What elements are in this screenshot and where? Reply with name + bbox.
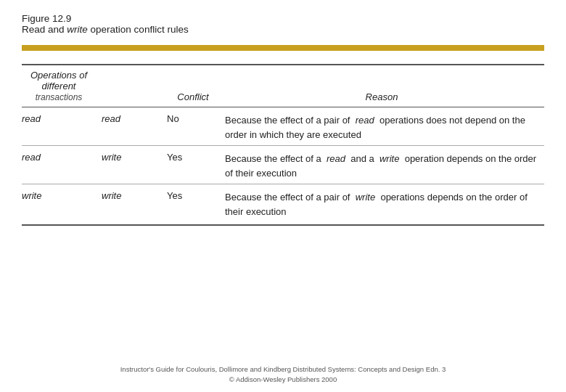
title-italic: write (67, 24, 88, 35)
table-row: read read No Because the effect of a pai… (22, 107, 544, 146)
conflict-cell: No (167, 107, 225, 146)
gold-divider-bar (22, 45, 544, 51)
reason-cell: Because the effect of a pair of read ope… (225, 107, 544, 146)
conflict-rules-table: Operations of differenttransactions Conf… (22, 64, 544, 226)
table-header-row: Operations of differenttransactions Conf… (22, 65, 544, 107)
title-fig-label: Figure 12.9 (22, 13, 71, 24)
conflict-cell: Yes (167, 146, 225, 184)
reason-cell: Because the effect of a pair of write op… (225, 184, 544, 226)
op1-cell: read (22, 107, 102, 146)
reason-cell: Because the effect of a read and a write… (225, 146, 544, 184)
conflict-cell: Yes (167, 184, 225, 226)
header-transactions-label: transactions (36, 92, 83, 102)
op2-cell: write (102, 146, 167, 184)
op1-cell: read (22, 146, 102, 184)
op2-value: write (102, 152, 121, 163)
table-row: write write Yes Because the effect of a … (22, 184, 544, 226)
header-reason-label: Reason (225, 65, 544, 107)
table-row: read write Yes Because the effect of a r… (22, 146, 544, 184)
op2-cell: write (102, 184, 167, 226)
op2-cell: read (102, 107, 167, 146)
header-col-op1: Operations of differenttransactions (22, 65, 102, 107)
header-col-op2 (102, 65, 167, 107)
header-conflict-label: Conflict (167, 65, 225, 107)
op2-value: read (102, 113, 120, 124)
title-prefix: Read and (22, 24, 67, 35)
op1-value: read (22, 113, 41, 124)
op1-cell: write (22, 184, 102, 226)
op1-value: write (22, 190, 41, 201)
title-block: Figure 12.9 Read and write operation con… (22, 13, 544, 35)
title-line1: Figure 12.9 (22, 13, 544, 24)
header-op1-label: Operations of differenttransactions (30, 70, 87, 102)
table-area: Operations of differenttransactions Conf… (22, 64, 544, 356)
title-line2: Read and write operation conflict rules (22, 24, 544, 35)
op2-value: write (102, 190, 121, 201)
footer-line2: © Addison-Wesley Publishers 2000 (22, 375, 544, 385)
page-container: Figure 12.9 Read and write operation con… (0, 0, 566, 392)
footer-block: Instructor's Guide for Coulouris, Dollim… (22, 364, 544, 385)
op1-value: read (22, 152, 41, 163)
footer-line1: Instructor's Guide for Coulouris, Dollim… (22, 364, 544, 375)
title-suffix: operation conflict rules (88, 24, 189, 35)
